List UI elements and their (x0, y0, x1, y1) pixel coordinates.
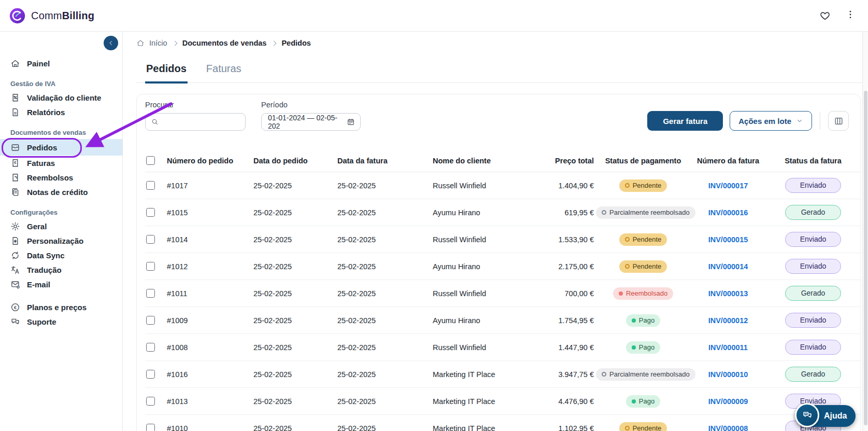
column-settings-button[interactable] (828, 111, 849, 131)
refund-icon (10, 173, 20, 183)
generate-invoice-button[interactable]: Gerar fatura (647, 111, 723, 131)
column-header-nome-do-cliente[interactable]: Nome do cliente (433, 157, 552, 165)
row-checkbox[interactable] (146, 343, 155, 352)
invoice-date: 25-02-2025 (337, 262, 433, 271)
invoice-number-link[interactable]: INV/000012 (708, 316, 748, 325)
total-price: 1.533,90 € (552, 235, 596, 244)
payment-status-badge: Parcialmente reembolsado (596, 368, 695, 381)
sync-icon (10, 251, 20, 260)
column-header-numero-do-pedido[interactable]: Número do pedido (167, 157, 253, 165)
tab-pedidos[interactable]: Pedidos (145, 63, 188, 84)
invoice-number-link[interactable]: INV/000017 (708, 182, 748, 190)
sidebar-item-relatorios[interactable]: Relatórios (0, 105, 122, 119)
sidebar-item-label: Pedidos (27, 143, 57, 152)
sidebar-item-e-mail[interactable]: E-mail (0, 277, 122, 291)
invoice-status-pill: Gerado (785, 367, 841, 382)
chevron-left-icon (107, 39, 115, 47)
sidebar-item-geral[interactable]: Geral (0, 219, 122, 233)
invoice-status-pill: Enviado (785, 259, 841, 274)
invoice-number-link[interactable]: INV/000015 (708, 235, 748, 244)
scrollbar-thumb[interactable] (864, 91, 867, 425)
total-price: 619,95 € (552, 208, 596, 217)
row-checkbox[interactable] (146, 181, 155, 190)
sidebar-item-label: Validação do cliente (27, 93, 101, 102)
invoice-number-link[interactable]: INV/000008 (708, 424, 748, 431)
column-header-data-da-fatura[interactable]: Data da fatura (337, 157, 433, 165)
sidebar-item-personalizacao[interactable]: Personalização (0, 233, 122, 248)
breadcrumb-item-documentos[interactable]: Documentos de vendas (182, 39, 267, 47)
sidebar-item-validacao-do-cliente[interactable]: Validação do cliente (0, 90, 122, 105)
row-checkbox[interactable] (146, 262, 155, 271)
customer-name: Ayumu Hirano (433, 316, 552, 325)
search-field[interactable] (163, 118, 240, 126)
home-icon (136, 39, 145, 47)
table-header-row: Número do pedidoData do pedidoData da fa… (145, 149, 860, 172)
invoice-date: 25-02-2025 (337, 343, 433, 352)
column-header-status-de-pagamento[interactable]: Status de pagamento (596, 157, 690, 165)
order-number: #1010 (167, 424, 253, 431)
select-all-checkbox[interactable] (146, 156, 155, 165)
order-date: 25-02-2025 (253, 424, 337, 431)
payment-status-badge: Pago (626, 395, 660, 408)
row-checkbox[interactable] (146, 397, 155, 406)
status-dot-icon (625, 237, 630, 242)
order-date: 25-02-2025 (253, 182, 337, 190)
invoice-number-link[interactable]: INV/000016 (708, 208, 748, 217)
sidebar-item-traducao[interactable]: Tradução (0, 262, 122, 277)
invoice-number-link[interactable]: INV/000013 (708, 289, 748, 298)
vertical-scrollbar[interactable] (862, 32, 868, 431)
sidebar-item-faturas[interactable]: €Faturas (0, 156, 122, 170)
sidebar-collapse-button[interactable] (104, 36, 118, 50)
sidebar-section-label-configuracoes: Configurações (10, 207, 122, 218)
svg-text:€: € (14, 160, 17, 165)
sidebar-item-painel[interactable]: Painel (0, 56, 122, 71)
sidebar-item-label: Faturas (27, 159, 55, 168)
column-header-preco-total[interactable]: Preço total (552, 157, 596, 165)
bulk-actions-label: Ações em lote (738, 117, 791, 126)
sidebar-item-reembolsos[interactable]: Reembolsos (0, 170, 122, 185)
total-price: 700,00 € (552, 289, 596, 298)
row-checkbox[interactable] (146, 289, 155, 298)
main-content: Início Documentos de vendas Pedidos Pedi… (123, 32, 862, 431)
sidebar-item-label: Personalização (27, 237, 83, 245)
table-row-order-1013: #101325-02-202525-02-2025Marketing IT Pl… (145, 388, 860, 415)
invoice-number-link[interactable]: INV/000011 (708, 343, 748, 352)
filter-toolbar: Procurar Período 01-01-2024 — 02-05-202 (145, 101, 860, 131)
row-checkbox[interactable] (146, 235, 155, 244)
table-row-order-1015: #101525-02-202525-02-2025Ayumu Hirano619… (145, 199, 860, 226)
invoice-number-link[interactable]: INV/000014 (708, 262, 748, 271)
sidebar-item-notas-de-credito[interactable]: Notas de crédito (0, 185, 122, 199)
pricing-icon: € (10, 302, 20, 312)
total-price: 1.447,90 € (552, 343, 596, 352)
order-date: 25-02-2025 (253, 370, 337, 379)
row-checkbox[interactable] (146, 208, 155, 217)
row-checkbox[interactable] (146, 316, 155, 325)
invoice-number-link[interactable]: INV/000009 (708, 397, 748, 406)
row-checkbox[interactable] (146, 424, 155, 431)
sidebar-item-suporte[interactable]: Suporte (0, 314, 122, 329)
column-header-data-do-pedido[interactable]: Data do pedido (253, 157, 337, 165)
bulk-actions-button[interactable]: Ações em lote (730, 111, 812, 131)
status-dot-icon (632, 345, 636, 350)
sidebar-item-pedidos[interactable]: Pedidos (0, 139, 122, 156)
tab-faturas[interactable]: Faturas (205, 63, 243, 82)
column-header-status-da-fatura[interactable]: Status da fatura (766, 157, 860, 165)
invoice-status-pill: Enviado (785, 178, 841, 193)
invoice-number-link[interactable]: INV/000010 (708, 370, 748, 379)
column-header-numero-da-fatura[interactable]: Número da fatura (690, 157, 766, 165)
customer-name: Ayumu Hirano (433, 208, 552, 217)
sidebar-item-data-sync[interactable]: Data Sync (0, 248, 122, 262)
help-chat-icon[interactable] (795, 403, 819, 427)
customer-name: Marketing IT Place (433, 397, 552, 406)
kebab-menu-icon[interactable] (845, 9, 856, 22)
calendar-icon (347, 118, 355, 126)
sidebar-item-label: E-mail (27, 280, 50, 289)
favorites-heart-icon[interactable] (819, 10, 831, 21)
search-input[interactable] (145, 113, 246, 131)
gear-icon (10, 221, 20, 231)
period-date-range-input[interactable]: 01-01-2024 — 02-05-202 (261, 113, 361, 131)
invoice-date: 25-02-2025 (337, 182, 433, 190)
sidebar-item-planos-e-precos[interactable]: €Planos e preços (0, 300, 122, 314)
breadcrumb-item-inicio[interactable]: Início (149, 39, 167, 47)
row-checkbox[interactable] (146, 370, 155, 379)
